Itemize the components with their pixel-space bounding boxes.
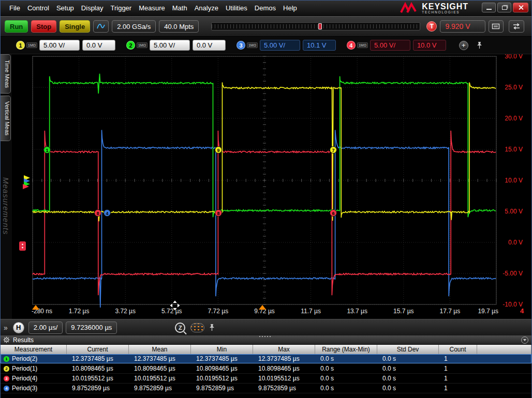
value-stddev: 0.0 s — [377, 355, 439, 362]
timebase-scale-button[interactable]: 2.00 µs/ — [28, 322, 63, 334]
menu-item-display[interactable]: Display — [78, 1, 107, 16]
channel-1-button[interactable]: 1 — [16, 41, 25, 50]
channel-4-button[interactable]: 4 — [347, 41, 356, 50]
channel-4-offset[interactable]: 10.0 V — [413, 40, 446, 51]
value-current: 9.8752859 µs — [67, 385, 129, 392]
column-header-min[interactable]: Min — [191, 345, 253, 354]
channel-2-block: 2 1MΩ 5.00 V/ 0.0 V — [126, 40, 228, 51]
channel-3-scale[interactable]: 5.00 V/ — [260, 40, 300, 51]
svg-text:4: 4 — [520, 307, 524, 315]
column-header-max[interactable]: Max — [253, 345, 315, 354]
memory-depth-button[interactable]: 40.0 Mpts — [159, 20, 199, 33]
channel-2-impedance: 1MΩ — [137, 42, 147, 48]
value-mean: 9.8752859 µs — [129, 385, 191, 392]
run-button[interactable]: Run — [5, 20, 28, 33]
channel-1-scale[interactable]: 5.00 V/ — [39, 40, 80, 51]
menu-item-file[interactable]: File — [6, 1, 24, 16]
pin-icon[interactable] — [477, 41, 482, 49]
slider-handle[interactable] — [318, 23, 322, 29]
menu-item-analyze[interactable]: Analyze — [191, 1, 222, 16]
channel-2-button[interactable]: 2 — [126, 41, 135, 50]
svg-text:17.7 µs: 17.7 µs — [440, 308, 461, 315]
results-row[interactable]: 4Period(3)9.8752859 µs9.8752859 µs9.8752… — [1, 384, 531, 393]
value-range: 0.0 s — [315, 375, 377, 382]
value-max: 10.8098465 µs — [253, 365, 315, 372]
measurement-channel-badge: 3 — [4, 376, 9, 381]
svg-text:19.7 µs: 19.7 µs — [478, 308, 498, 315]
measurement-channel-badge: 1 — [4, 356, 9, 362]
channel-4-scale[interactable]: 5.00 V/ — [370, 40, 410, 51]
channel-1-block: 1 1MΩ 5.00 V/ 0.0 V — [16, 40, 118, 51]
menu-item-trigger[interactable]: Trigger — [107, 1, 135, 16]
svg-text:13.7 µs: 13.7 µs — [347, 308, 367, 315]
channel-2-scale[interactable]: 5.00 V/ — [150, 40, 190, 51]
zoom-button[interactable]: Z — [175, 323, 185, 333]
panel-drag-handle[interactable] — [259, 336, 260, 337]
menu-item-help[interactable]: Help — [279, 1, 301, 16]
single-button[interactable]: Single — [60, 20, 90, 33]
collapse-chevron-icon[interactable] — [521, 336, 528, 344]
display-settings-button[interactable] — [489, 20, 504, 33]
measurements-watermark: Measurements — [2, 177, 10, 235]
results-body: 1Period(2)12.3737485 µs12.3737485 µs12.3… — [1, 354, 531, 393]
value-min: 10.0195512 µs — [191, 375, 253, 382]
pin-icon[interactable] — [209, 324, 215, 331]
swap-arrows-button[interactable] — [509, 20, 524, 33]
column-header-count[interactable]: Count — [439, 345, 477, 354]
value-count: 1 — [439, 365, 477, 372]
channel-3-offset[interactable]: 10.1 V — [303, 40, 336, 51]
svg-text:0.0 V: 0.0 V — [508, 239, 523, 246]
sample-rate-button[interactable]: 2.00 GSa/s — [112, 20, 156, 33]
menu-item-math[interactable]: Math — [169, 1, 191, 16]
stop-button[interactable]: Stop — [31, 20, 56, 33]
value-count: 1 — [439, 385, 477, 392]
channel-3-button[interactable]: 3 — [237, 41, 245, 50]
value-current: 10.0195512 µs — [67, 375, 129, 382]
channel-2-offset[interactable]: 0.0 V — [193, 40, 226, 51]
results-title: Results — [13, 336, 34, 344]
channel-4-offset-marker[interactable] — [19, 241, 26, 251]
svg-text:-5.00 V: -5.00 V — [503, 270, 523, 277]
channel-1-offset[interactable]: 0.0 V — [82, 40, 115, 51]
menu-bar: FileControlSetupDisplayTriggerMeasureMat… — [1, 1, 531, 16]
value-stddev: 0.0 s — [377, 375, 439, 382]
gear-icon[interactable] — [3, 336, 10, 343]
horizontal-menu-button[interactable]: H — [13, 322, 24, 333]
tab-vertical-meas[interactable]: Vertical Meas — [1, 96, 11, 141]
menu-item-control[interactable]: Control — [24, 1, 53, 16]
column-header-std-dev[interactable]: Std Dev — [377, 345, 439, 354]
timebase-position-button[interactable]: 9.7236000 µs — [66, 322, 117, 334]
results-row[interactable]: 3Period(4)10.0195512 µs10.0195512 µs10.0… — [1, 374, 531, 384]
svg-text:9: 9 — [217, 148, 219, 153]
column-header-measurement[interactable]: Measurement — [1, 345, 67, 354]
trigger-level-arrows[interactable] — [23, 175, 30, 189]
value-mean: 12.3737485 µs — [129, 355, 191, 362]
column-header-current[interactable]: Current — [67, 345, 129, 354]
waveform-intensity-button[interactable] — [93, 20, 109, 33]
results-row[interactable]: 2Period(1)10.8098465 µs10.8098465 µs10.8… — [1, 364, 531, 374]
persistence-button[interactable] — [190, 323, 204, 332]
menu-items: FileControlSetupDisplayTriggerMeasureMat… — [6, 1, 301, 16]
menu-item-setup[interactable]: Setup — [53, 1, 78, 16]
column-header-mean[interactable]: Mean — [129, 345, 191, 354]
expand-chevrons[interactable]: » — [4, 324, 8, 332]
menu-item-measure[interactable]: Measure — [135, 1, 169, 16]
minimize-button[interactable] — [482, 3, 496, 12]
waveform-display[interactable]: 1849876 -280 ns1.72 µs3.72 µs5.72 µs7.72… — [1, 54, 532, 319]
svg-text:4: 4 — [106, 211, 108, 216]
menu-item-utilities[interactable]: Utilities — [222, 1, 251, 16]
trigger-level-button[interactable]: 9.920 V — [440, 20, 485, 33]
restore-button[interactable] — [497, 3, 511, 12]
trigger-indicator[interactable]: T — [426, 21, 437, 32]
acquisition-toolbar: Run Stop Single 2.00 GSa/s 40.0 Mpts T 9… — [1, 16, 531, 37]
value-count: 1 — [439, 375, 477, 382]
add-waveform-button[interactable]: + — [459, 41, 468, 50]
column-header-range-max-min[interactable]: Range (Max-Min) — [315, 345, 377, 354]
close-button[interactable] — [513, 3, 528, 12]
swap-arrows-icon — [512, 23, 521, 30]
svg-text:7: 7 — [332, 148, 334, 153]
results-row[interactable]: 1Period(2)12.3737485 µs12.3737485 µs12.3… — [1, 354, 531, 364]
tab-time-meas[interactable]: Time Meas — [1, 54, 11, 94]
menu-item-demos[interactable]: Demos — [251, 1, 279, 16]
horizontal-position-slider[interactable] — [211, 22, 420, 30]
